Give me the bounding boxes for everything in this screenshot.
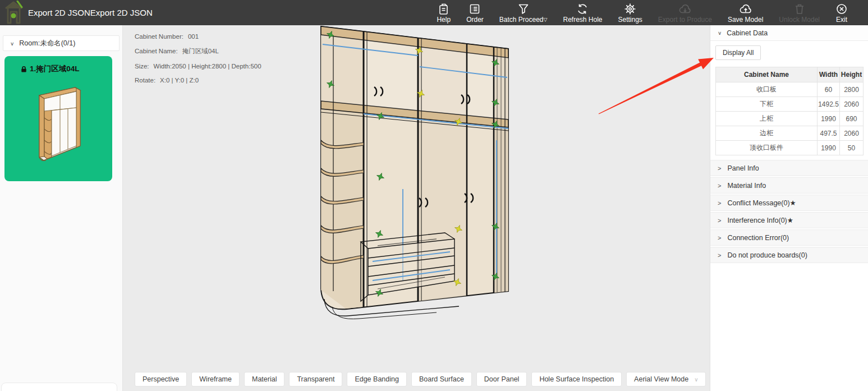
unlock-model-button: Unlock Model <box>771 3 828 23</box>
cloud-upload-icon <box>739 3 752 15</box>
refresh-hole-button[interactable]: Refresh Hole <box>555 3 610 23</box>
chevron-right-icon: > <box>718 165 721 172</box>
wireframe-button[interactable]: Wireframe <box>191 372 240 387</box>
section-title: Cabinet Data <box>727 29 768 37</box>
aerial-view-mode-dropdown[interactable]: Aerial View Mode∨ <box>626 372 706 387</box>
toolbar-label: Exit <box>836 16 847 23</box>
section-material-info[interactable]: > Material Info <box>710 177 868 194</box>
chevron-right-icon: > <box>718 234 721 241</box>
cloud-download-icon <box>678 3 692 15</box>
toolbar-label: Batch Proceed▽ <box>499 16 548 23</box>
door-panel-button[interactable]: Door Panel <box>476 372 527 387</box>
cabinet-info: Cabinet Number:001 Cabinet Name:掩门区域04L … <box>135 33 261 91</box>
table-header-row: Cabinet Name Width Height <box>716 67 863 82</box>
cabinet-card-label: 1.掩门区域04L <box>30 64 80 74</box>
order-button[interactable]: Order <box>458 3 492 23</box>
cabinet-card-title: 1.掩门区域04L <box>20 64 112 74</box>
chevron-down-icon: ∨ <box>10 40 14 46</box>
dropdown-caret-icon: ▽ <box>544 17 548 22</box>
toolbar-label: Refresh Hole <box>563 16 602 23</box>
table-row[interactable]: 上柜 1990 690 <box>716 112 863 126</box>
transparent-button[interactable]: Transparent <box>289 372 342 387</box>
edge-banding-button[interactable]: Edge Banding <box>347 372 407 387</box>
viewport-canvas[interactable]: Cabinet Number:001 Cabinet Name:掩门区域04L … <box>122 25 710 391</box>
help-icon <box>438 3 450 15</box>
chevron-right-icon: > <box>718 217 721 224</box>
room-header[interactable]: ∨ Room:未命名(0/1) <box>3 35 120 51</box>
hole-surface-inspection-button[interactable]: Hole Surface Inspection <box>531 372 622 387</box>
close-circle-icon <box>835 3 848 15</box>
order-icon <box>469 3 481 15</box>
gear-icon <box>624 3 636 15</box>
cabinet-data-table: Cabinet Name Width Height 收口板 60 2800 下柜… <box>715 67 864 155</box>
chevron-right-icon: > <box>718 252 721 259</box>
funnel-icon <box>517 3 530 15</box>
col-cabinet-name: Cabinet Name <box>716 67 818 82</box>
board-surface-button[interactable]: Board Surface <box>411 372 472 387</box>
toolbar-label: Help <box>437 16 451 23</box>
section-cabinet-data[interactable]: ∨ Cabinet Data <box>710 25 868 41</box>
perspective-button[interactable]: Perspective <box>135 372 187 387</box>
section-connection-error[interactable]: > Connection Error(0) <box>710 229 868 246</box>
section-panel-info[interactable]: > Panel Info <box>710 160 868 176</box>
export-to-produce-button: Export to Produce <box>650 3 720 23</box>
lock-icon <box>20 66 27 73</box>
settings-button[interactable]: Settings <box>610 3 650 23</box>
chevron-down-icon: ∨ <box>718 30 722 36</box>
app-logo-icon <box>3 1 26 25</box>
save-model-button[interactable]: Save Model <box>720 3 771 23</box>
view-mode-toolbar: Perspective Wireframe Material Transpare… <box>135 372 710 387</box>
table-row[interactable]: 下柜 1492.5 2060 <box>716 97 863 112</box>
chevron-right-icon: > <box>718 182 721 189</box>
toolbar: Help Order Batch Proceed <box>429 3 868 23</box>
info-rotate: Rotate:X:0 | Y:0 | Z:0 <box>135 77 261 84</box>
toolbar-label: Export to Produce <box>658 16 712 23</box>
app-title: Export 2D JSONExport 2D JSON <box>28 8 153 17</box>
room-title: Room:未命名(0/1) <box>19 39 75 48</box>
titlebar: Export 2D JSONExport 2D JSON Help <box>0 0 868 25</box>
section-conflict-message[interactable]: > Conflict Message(0)★ <box>710 195 868 211</box>
app-window: Export 2D JSONExport 2D JSON Help <box>0 0 868 391</box>
batch-proceed-button[interactable]: Batch Proceed▽ <box>492 3 555 23</box>
display-all-button[interactable]: Display All <box>715 45 761 60</box>
info-cabinet-name: Cabinet Name:掩门区域04L <box>135 47 261 56</box>
cabinet-card[interactable]: 1.掩门区域04L <box>4 56 112 181</box>
trash-icon <box>793 3 806 15</box>
room-sidebar: ∨ Room:未命名(0/1) 1.掩门区域04L <box>0 25 123 391</box>
toolbar-label: Settings <box>618 16 642 23</box>
info-cabinet-number: Cabinet Number:001 <box>135 33 261 40</box>
section-interference-info[interactable]: > Interference Info(0)★ <box>710 212 868 228</box>
chevron-right-icon: > <box>718 200 721 206</box>
exit-button[interactable]: Exit <box>828 3 856 23</box>
properties-panel: ∨ Cabinet Data Display All Cabinet Name … <box>710 25 868 391</box>
info-size: Size:Width:2050 | Height:2800 | Depth:50… <box>135 63 261 70</box>
help-button[interactable]: Help <box>429 3 458 23</box>
material-button[interactable]: Material <box>244 372 284 387</box>
toolbar-label: Order <box>466 16 484 23</box>
cabinet-thumbnail <box>27 83 90 167</box>
collapsed-sections: > Panel Info > Material Info > Conflict … <box>710 160 868 263</box>
toolbar-label: Save Model <box>728 16 763 23</box>
table-row[interactable]: 顶收口板件 1990 50 <box>716 141 863 155</box>
refresh-icon <box>576 3 589 15</box>
section-do-not-produce-boards[interactable]: > Do not produce boards(0) <box>710 247 868 263</box>
table-row[interactable]: 收口板 60 2800 <box>716 82 863 97</box>
next-card-partial <box>1 383 117 391</box>
toolbar-label: Unlock Model <box>779 16 820 23</box>
table-row[interactable]: 边柜 497.5 2060 <box>716 126 863 141</box>
col-height: Height <box>840 67 863 82</box>
col-width: Width <box>818 67 840 82</box>
chevron-down-icon: ∨ <box>694 376 698 383</box>
